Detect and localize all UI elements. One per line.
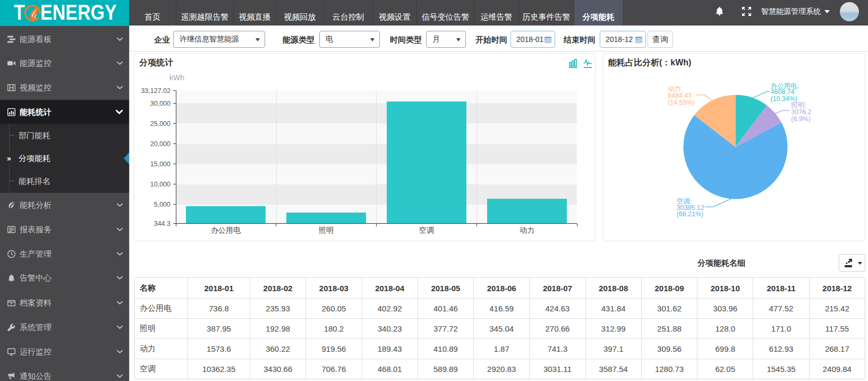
svg-text:(68.21%): (68.21%) [677,210,704,218]
svg-text:(6.9%): (6.9%) [791,115,811,123]
svg-text:(14.55%): (14.55%) [668,99,695,106]
